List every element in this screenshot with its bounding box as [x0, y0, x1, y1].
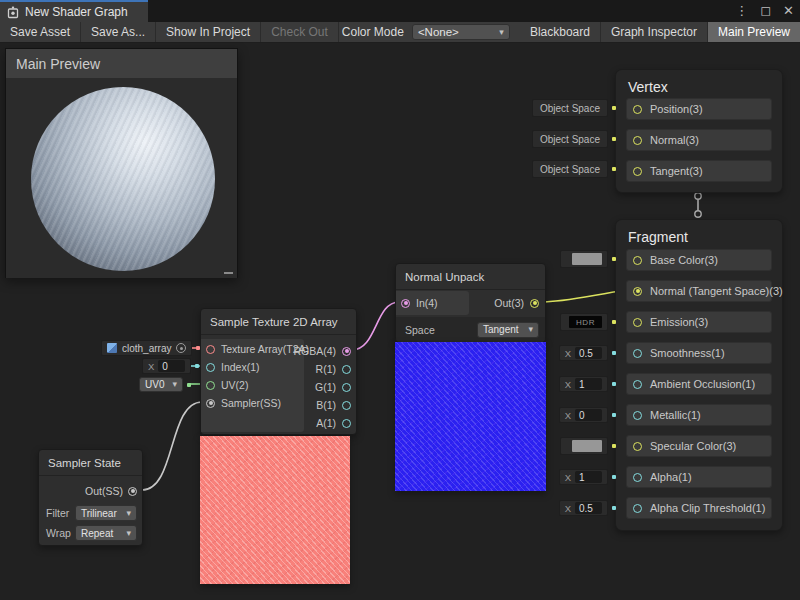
port-tangent[interactable] [633, 167, 642, 176]
specular-color-widget[interactable] [560, 437, 616, 455]
space-value: Tangent [483, 324, 519, 335]
slot-label: Out(SS) [85, 485, 123, 497]
float-value[interactable]: 0.5 [575, 502, 602, 514]
maximize-icon[interactable]: ◻ [760, 0, 771, 22]
port-ambient-occlusion[interactable] [633, 380, 642, 389]
connector-dot [612, 167, 616, 171]
color-mode-dropdown[interactable]: <None> ▾ [412, 24, 510, 40]
preview-resize-handle[interactable] [224, 272, 233, 274]
connector-dot [612, 475, 616, 479]
sample-texture-2d-array-node[interactable]: Sample Texture 2D Array Texture Array(T2… [200, 308, 357, 435]
vertex-slot-position: Position(3) [626, 98, 772, 120]
port-alpha[interactable] [633, 473, 642, 482]
show-in-project-button[interactable]: Show In Project [156, 22, 261, 42]
object-picker-icon[interactable] [176, 343, 186, 353]
port-sampler[interactable] [206, 399, 215, 408]
port-alpha-clip-threshold[interactable] [633, 504, 642, 513]
chevron-down-icon: ▾ [172, 380, 177, 389]
texture-icon [107, 343, 117, 353]
uv-channel-dropdown[interactable]: UV0▾ [139, 377, 191, 392]
port-emission[interactable] [633, 318, 642, 327]
port-normal[interactable] [633, 136, 642, 145]
swatch-fill [572, 440, 602, 452]
float-value[interactable]: 0.5 [575, 347, 602, 359]
float-value[interactable]: 1 [575, 378, 602, 390]
connector-dot [612, 106, 616, 110]
blackboard-button[interactable]: Blackboard [520, 22, 601, 42]
smoothness-field[interactable]: X0.5 [559, 345, 616, 361]
output-out-ss: Out(SS) [85, 481, 137, 501]
index-field[interactable]: X0 [142, 358, 199, 374]
port-a[interactable] [342, 419, 351, 428]
port-out[interactable] [530, 299, 539, 308]
space-pill[interactable]: Object Space [532, 160, 608, 178]
connector-dot [187, 383, 191, 387]
space-pill[interactable]: Object Space [532, 99, 608, 117]
normal-unpack-node[interactable]: Normal Unpack In(4) Out(3) Space Tangent… [395, 263, 546, 342]
main-preview-header[interactable]: Main Preview [6, 49, 237, 78]
alpha-field[interactable]: X1 [559, 469, 616, 485]
port-base-color[interactable] [633, 256, 642, 265]
input-index: Index(1) [206, 359, 260, 375]
main-preview-viewport[interactable] [6, 78, 237, 278]
menu-icon[interactable]: ⋮ [735, 0, 748, 22]
title-bar: New Shader Graph ⋮ ◻ ✕ [0, 0, 800, 22]
port-g[interactable] [342, 383, 351, 392]
graph-inspector-button[interactable]: Graph Inspector [601, 22, 708, 42]
ambient-occlusion-field[interactable]: X1 [559, 376, 616, 392]
wrap-control-row: Wrap Repeat▾ [46, 525, 137, 541]
fragment-slot-emission: Emission(3) [626, 311, 772, 333]
vertex-node[interactable]: Vertex Position(3) Normal(3) Tangent(3) [615, 69, 783, 193]
position-space-widget[interactable]: Object Space [532, 99, 616, 117]
x-label: X [565, 472, 571, 483]
filter-dropdown[interactable]: Trilinear▾ [75, 505, 137, 521]
emission-hdr-widget[interactable]: HDR [560, 313, 616, 331]
normal-space-widget[interactable]: Object Space [532, 130, 616, 148]
graph-canvas[interactable]: Main Preview Vertex Position(3) Normal(3… [0, 43, 800, 600]
port-out-ss[interactable] [128, 487, 137, 496]
port-metallic[interactable] [633, 411, 642, 420]
port-index[interactable] [206, 363, 215, 372]
color-swatch[interactable] [560, 437, 608, 455]
space-pill[interactable]: Object Space [532, 130, 608, 148]
float-value[interactable]: 0 [575, 409, 602, 421]
save-as-button[interactable]: Save As... [81, 22, 156, 42]
port-in[interactable] [401, 299, 410, 308]
color-swatch[interactable] [560, 250, 608, 268]
main-preview-button[interactable]: Main Preview [708, 22, 800, 42]
slot-label: Ambient Occlusion(1) [650, 378, 755, 390]
alpha-clip-threshold-field[interactable]: X0.5 [559, 500, 616, 516]
port-rgba[interactable] [342, 347, 351, 356]
tab-new-shader-graph[interactable]: New Shader Graph [0, 0, 148, 22]
wrap-dropdown[interactable]: Repeat▾ [75, 525, 137, 541]
normal-unpack-preview [395, 342, 546, 491]
slot-label: Alpha(1) [650, 471, 692, 483]
fragment-slot-alpha: Alpha(1) [626, 466, 772, 488]
port-texture-array[interactable] [206, 345, 215, 354]
port-b[interactable] [342, 401, 351, 410]
hdr-color-swatch[interactable]: HDR [560, 313, 608, 331]
fragment-slot-base-color: Base Color(3) [626, 249, 772, 271]
space-dropdown[interactable]: Tangent▾ [477, 322, 539, 338]
sampler-state-node[interactable]: Sampler State Out(SS) Filter Trilinear▾ … [38, 449, 143, 546]
port-smoothness[interactable] [633, 349, 642, 358]
fragment-node[interactable]: Fragment Base Color(3) Normal (Tangent S… [615, 219, 783, 531]
close-icon[interactable]: ✕ [783, 0, 794, 22]
port-normal-tangent-space[interactable] [633, 287, 642, 296]
float-value[interactable]: 0 [158, 360, 185, 372]
save-asset-button[interactable]: Save Asset [0, 22, 81, 42]
port-r[interactable] [342, 365, 351, 374]
texture-array-property-pill[interactable]: cloth_array [101, 340, 200, 356]
metallic-field[interactable]: X0 [559, 407, 616, 423]
port-uv[interactable] [206, 381, 215, 390]
float-value[interactable]: 1 [575, 471, 602, 483]
swatch-fill [572, 253, 602, 265]
connector-dot [612, 506, 616, 510]
color-mode-group: Color Mode <None> ▾ [342, 22, 520, 42]
port-specular-color[interactable] [633, 442, 642, 451]
port-position[interactable] [633, 105, 642, 114]
connector-dot [612, 413, 616, 417]
tangent-space-widget[interactable]: Object Space [532, 160, 616, 178]
filter-label: Filter [46, 507, 69, 519]
base-color-widget[interactable] [560, 250, 616, 268]
